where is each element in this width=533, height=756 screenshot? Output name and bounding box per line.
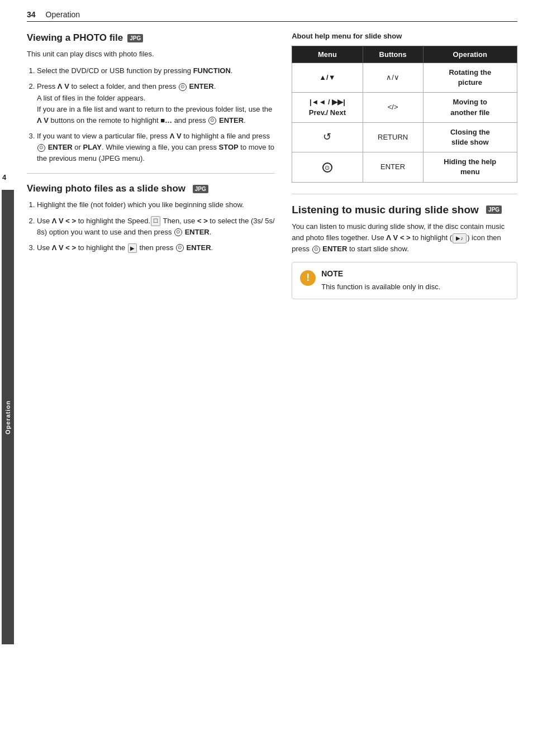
section2-title-text: Viewing photo files as a slide show <box>27 183 188 195</box>
op-cell-3: Closing theslide show <box>423 122 517 152</box>
note-content: NOTE This function is available only in … <box>321 269 440 293</box>
btn-cell-4: ENTER <box>363 152 423 182</box>
enter-circle-icon3: ⊙ <box>37 144 45 152</box>
menu-cell-3: ↺ <box>292 122 363 152</box>
section2-title: Viewing photo files as a slide show JPG <box>27 183 275 195</box>
section4-title-text: Listening to music during slide show <box>292 203 482 217</box>
section2-step2: Use Λ V < > to highlight the Speed.☐ The… <box>37 216 275 238</box>
side-number: 4 <box>2 173 6 181</box>
section2-badge: JPG <box>193 185 208 193</box>
divider2 <box>292 194 517 194</box>
main-content: 34 Operation Viewing a PHOTO file JPG Th… <box>16 0 533 756</box>
speed-icon: ☐ <box>151 216 160 226</box>
col-buttons: Buttons <box>363 46 423 63</box>
section2-steps: Highlight the file (not folder) which yo… <box>27 199 275 253</box>
menu-cell-4: ⊙ <box>292 152 363 182</box>
side-tab-label: Operation <box>4 400 11 434</box>
enter-circle-table: ⊙ <box>322 162 332 173</box>
divider1 <box>27 173 275 174</box>
side-tab-bar: Operation <box>2 190 14 644</box>
section1-title: Viewing a PHOTO file JPG <box>27 32 275 44</box>
page-header: 34 Operation <box>27 10 517 22</box>
section3-subtitle: About help menu for slide show <box>292 32 517 40</box>
section4-badge: JPG <box>486 205 502 214</box>
section1-title-text: Viewing a PHOTO file <box>27 32 123 44</box>
note-text: This function is available only in disc. <box>321 281 440 293</box>
section2-step3: Use Λ V < > to highlight the ▶ then pres… <box>37 242 275 253</box>
right-column: About help menu for slide show Menu Butt… <box>292 32 517 299</box>
btn-cell-3: RETURN <box>363 122 423 152</box>
enter-circle-icon2: ⊙ <box>208 117 216 125</box>
two-col-layout: Viewing a PHOTO file JPG This unit can p… <box>27 32 517 299</box>
enter-circle-icon5: ⊙ <box>176 244 184 252</box>
enter-circle-icon: ⊙ <box>179 83 187 91</box>
table-row: ▲/▼ ∧/∨ Rotating thepicture <box>292 63 517 93</box>
table-row: ⊙ ENTER Hiding the helpmenu <box>292 152 517 182</box>
note-exclamation-icon: ! <box>300 270 316 286</box>
function-bold: FUNCTION <box>193 66 231 75</box>
play-icon: ▶ <box>128 243 137 253</box>
page: 4 Operation 34 Operation Viewing a PHOTO… <box>0 0 533 756</box>
left-column: Viewing a PHOTO file JPG This unit can p… <box>27 32 275 299</box>
table-row: ↺ RETURN Closing theslide show <box>292 122 517 152</box>
menu-cell-1: ▲/▼ <box>292 63 363 93</box>
section4-title: Listening to music during slide show JPG <box>292 203 517 217</box>
section1-step3: If you want to view a particular file, p… <box>37 131 275 164</box>
op-cell-2: Moving toanother file <box>423 93 517 122</box>
op-cell-1: Rotating thepicture <box>423 63 517 93</box>
note-box: ! NOTE This function is available only i… <box>292 262 517 300</box>
menu-cell-2: |◄◄ / ▶▶|Prev./ Next <box>292 93 363 122</box>
page-number: 34 <box>27 10 36 19</box>
section2-step1: Highlight the file (not folder) which yo… <box>37 199 275 210</box>
section1-badge: JPG <box>127 34 143 42</box>
help-table: Menu Buttons Operation ▲/▼ ∧/∨ Rotating … <box>292 46 517 183</box>
section1-step1: Select the DVD/CD or USB function by pre… <box>37 65 275 76</box>
section1-intro: This unit can play discs with photo file… <box>27 49 275 60</box>
table-row: |◄◄ / ▶▶|Prev./ Next </> Moving toanothe… <box>292 93 517 122</box>
section4-text: You can listen to music during slide sho… <box>292 221 517 255</box>
btn-cell-2: </> <box>363 93 423 122</box>
btn-cell-1: ∧/∨ <box>363 63 423 93</box>
enter-circle-sec4: ⊙ <box>312 246 320 253</box>
section1-step2: Press Λ V to select a folder, and then p… <box>37 81 275 126</box>
table-header-row: Menu Buttons Operation <box>292 46 517 63</box>
side-tab: 4 Operation <box>0 0 16 756</box>
op-cell-4: Hiding the helpmenu <box>423 152 517 182</box>
section1-steps: Select the DVD/CD or USB function by pre… <box>27 65 275 164</box>
col-menu: Menu <box>292 46 363 63</box>
col-operation: Operation <box>423 46 517 63</box>
page-category: Operation <box>46 10 80 19</box>
music-icon: ▶♪ <box>453 233 467 243</box>
note-title: NOTE <box>321 269 440 278</box>
enter-circle-icon4: ⊙ <box>174 228 182 236</box>
